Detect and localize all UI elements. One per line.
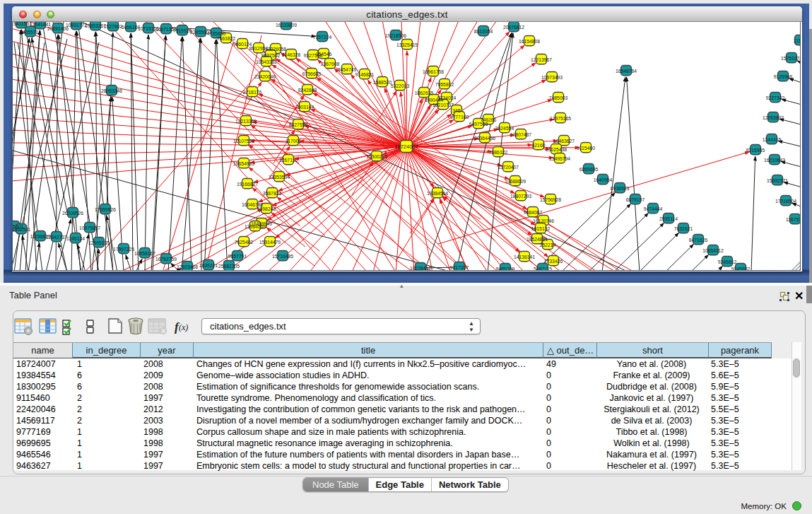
svg-text:154546: 154546 — [316, 52, 332, 57]
svg-text:3267110: 3267110 — [279, 158, 298, 163]
svg-text:15716485: 15716485 — [272, 254, 293, 259]
svg-text:15692371: 15692371 — [767, 178, 788, 183]
svg-text:9657791: 9657791 — [228, 254, 247, 259]
svg-text:1839221: 1839221 — [199, 263, 218, 268]
svg-text:15720407: 15720407 — [498, 165, 519, 170]
svg-text:13325419: 13325419 — [396, 42, 418, 47]
svg-text:16782759: 16782759 — [155, 257, 177, 262]
svg-text:8489709: 8489709 — [496, 267, 515, 271]
svg-text:12505135: 12505135 — [88, 240, 110, 245]
svg-text:2935114: 2935114 — [659, 216, 678, 221]
svg-text:10807487: 10807487 — [510, 132, 531, 137]
svg-text:10688609: 10688609 — [505, 179, 526, 184]
svg-text:1640954: 1640954 — [594, 177, 613, 182]
svg-text:12923468: 12923468 — [177, 264, 198, 269]
svg-text:8471626: 8471626 — [689, 238, 708, 243]
svg-text:746266: 746266 — [481, 117, 497, 122]
svg-text:16120746: 16120746 — [533, 218, 554, 223]
svg-text:7625402: 7625402 — [235, 240, 254, 245]
svg-text:11124: 11124 — [794, 38, 801, 43]
svg-text:16210737: 16210737 — [433, 103, 454, 107]
svg-text:12213967: 12213967 — [531, 57, 552, 62]
svg-text:9227342: 9227342 — [766, 95, 785, 100]
svg-text:16154808: 16154808 — [519, 39, 540, 44]
svg-text:5498242: 5498242 — [257, 206, 276, 211]
svg-text:18724007: 18724007 — [394, 144, 418, 150]
svg-text:1733426: 1733426 — [544, 259, 563, 264]
svg-text:10973493: 10973493 — [541, 75, 563, 80]
svg-text:8454749: 8454749 — [338, 67, 357, 72]
svg-text:17016504: 17016504 — [775, 199, 796, 204]
svg-text:10653267: 10653267 — [85, 23, 106, 28]
svg-text:18807293: 18807293 — [510, 194, 531, 199]
svg-text:16210643: 16210643 — [764, 158, 785, 163]
svg-text:28053346: 28053346 — [101, 88, 122, 93]
svg-text:1167534: 1167534 — [786, 217, 801, 222]
svg-text:7955812: 7955812 — [435, 82, 454, 87]
svg-text:10654112: 10654112 — [702, 248, 724, 253]
svg-text:8813054: 8813054 — [474, 29, 493, 34]
svg-text:5682115: 5682115 — [534, 267, 552, 271]
svg-text:15751074: 15751074 — [781, 56, 801, 61]
svg-text:1244415: 1244415 — [763, 137, 782, 142]
svg-text:3587833: 3587833 — [263, 191, 282, 196]
svg-text:9217207: 9217207 — [450, 265, 469, 270]
svg-text:18524851: 18524851 — [526, 237, 548, 242]
svg-text:8427552: 8427552 — [289, 122, 308, 127]
svg-text:5322013: 5322013 — [391, 83, 410, 88]
svg-text:16548784: 16548784 — [616, 69, 637, 74]
svg-text:9129966: 9129966 — [774, 74, 793, 79]
svg-text:6497568: 6497568 — [469, 122, 488, 127]
svg-text:8242848: 8242848 — [298, 88, 317, 93]
svg-text:8146328: 8146328 — [282, 52, 301, 57]
svg-text:26206526: 26206526 — [62, 211, 83, 216]
svg-text:2367608: 2367608 — [321, 62, 340, 66]
svg-text:25882305: 25882305 — [218, 264, 240, 269]
svg-text:1615132: 1615132 — [531, 226, 551, 231]
svg-text:1358501: 1358501 — [13, 227, 30, 232]
svg-text:9245652: 9245652 — [731, 267, 751, 271]
svg-text:(x): (x) — [179, 322, 188, 332]
svg-text:14055712: 14055712 — [20, 30, 41, 35]
svg-text:9734024: 9734024 — [437, 95, 457, 100]
svg-text:9146821: 9146821 — [355, 72, 375, 77]
svg-text:8215955: 8215955 — [746, 148, 765, 153]
svg-text:10228452: 10228452 — [410, 266, 431, 271]
svg-text:9115460: 9115460 — [577, 146, 595, 151]
svg-text:18463627: 18463627 — [553, 139, 575, 144]
svg-text:8938923: 8938923 — [611, 186, 630, 191]
svg-text:6899695: 6899695 — [579, 167, 599, 172]
svg-text:15300275: 15300275 — [366, 154, 387, 159]
svg-text:1527602: 1527602 — [104, 24, 123, 29]
svg-text:7357224: 7357224 — [313, 35, 332, 40]
svg-text:19384554: 19384554 — [427, 191, 448, 196]
svg-text:19218506: 19218506 — [385, 33, 406, 38]
svg-text:20876812: 20876812 — [503, 25, 524, 30]
svg-text:117006: 117006 — [286, 139, 301, 144]
svg-text:14136141: 14136141 — [514, 255, 535, 259]
svg-text:10931772: 10931772 — [66, 23, 87, 28]
svg-text:9684067: 9684067 — [524, 210, 543, 215]
svg-text:23420046: 23420046 — [254, 74, 276, 79]
svg-text:13353594: 13353594 — [269, 175, 290, 180]
svg-text:7632621: 7632621 — [674, 226, 693, 231]
svg-text:10107532: 10107532 — [233, 139, 254, 144]
svg-text:7986322: 7986322 — [489, 150, 508, 155]
svg-text:12213369: 12213369 — [235, 119, 257, 124]
svg-text:2803144: 2803144 — [295, 105, 314, 110]
svg-text:12975165: 12975165 — [550, 116, 571, 121]
svg-text:10975857: 10975857 — [79, 226, 100, 230]
svg-text:15914479: 15914479 — [259, 240, 281, 245]
svg-text:1588520: 1588520 — [373, 80, 392, 85]
svg-text:7663822: 7663822 — [217, 36, 236, 41]
svg-text:13984559: 13984559 — [245, 224, 266, 229]
svg-text:62160: 62160 — [532, 143, 546, 148]
svg-text:13495794: 13495794 — [549, 156, 570, 161]
svg-text:19654983: 19654983 — [233, 161, 254, 166]
svg-text:10543382: 10543382 — [256, 59, 277, 64]
svg-text:19166827: 19166827 — [237, 182, 258, 187]
svg-text:345: 345 — [452, 108, 461, 113]
svg-text:17957225: 17957225 — [113, 247, 134, 252]
svg-text:252214: 252214 — [540, 243, 556, 247]
svg-text:4735650: 4735650 — [207, 31, 226, 36]
